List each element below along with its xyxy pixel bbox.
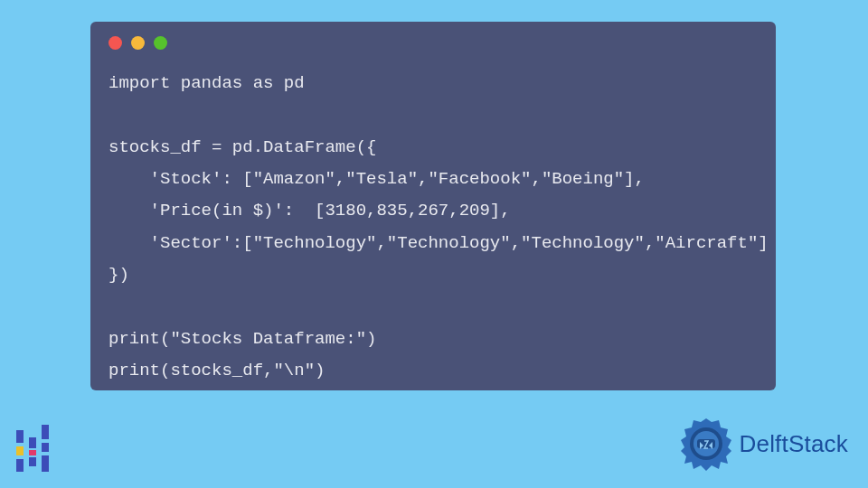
svg-rect-8 bbox=[42, 455, 49, 472]
svg-rect-7 bbox=[42, 443, 49, 452]
close-icon bbox=[108, 36, 122, 50]
maximize-icon bbox=[154, 36, 167, 50]
svg-rect-4 bbox=[29, 450, 36, 455]
window-controls bbox=[108, 36, 758, 50]
svg-rect-3 bbox=[29, 437, 36, 448]
svg-rect-6 bbox=[42, 425, 49, 439]
svg-rect-2 bbox=[16, 459, 24, 472]
code-content: import pandas as pd stocks_df = pd.DataF… bbox=[108, 68, 758, 387]
code-editor-window: import pandas as pd stocks_df = pd.DataF… bbox=[90, 22, 776, 390]
bars-logo-icon bbox=[14, 423, 58, 475]
svg-rect-1 bbox=[16, 446, 24, 455]
svg-rect-0 bbox=[16, 430, 24, 443]
gear-badge-icon bbox=[678, 416, 734, 472]
brand-logo: DelftStack bbox=[678, 416, 849, 472]
brand-name: DelftStack bbox=[740, 430, 849, 458]
svg-rect-5 bbox=[29, 457, 36, 466]
minimize-icon bbox=[131, 36, 145, 50]
